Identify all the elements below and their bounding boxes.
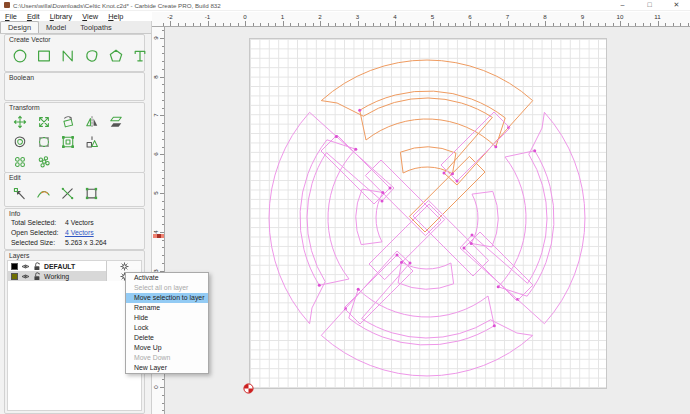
vector-node[interactable] (354, 148, 357, 151)
vector-node[interactable] (497, 285, 500, 288)
boolean-tool[interactable] (82, 184, 101, 203)
vector-node[interactable] (443, 172, 446, 175)
vector-node[interactable] (389, 187, 392, 190)
context-menu-item-move-selection-to-layer[interactable]: Move selection to layer (126, 293, 208, 303)
layer-list: DEFAULTWorking (7, 260, 142, 411)
celtic-knot-drawing[interactable] (165, 27, 690, 414)
vector-path[interactable] (321, 251, 532, 376)
context-menu-item-activate[interactable]: Activate (126, 273, 208, 283)
align-tool[interactable] (82, 132, 101, 151)
vector-node[interactable] (357, 288, 360, 291)
shear-tool[interactable] (106, 112, 125, 131)
vector-path[interactable] (398, 262, 454, 289)
ruler-tick (463, 23, 464, 26)
tab-toolpaths[interactable]: Toolpaths (73, 22, 119, 33)
polyline-tool[interactable] (58, 46, 77, 65)
ruler-tick (680, 23, 681, 26)
vector-node[interactable] (358, 109, 361, 112)
rotate-tool[interactable] (58, 112, 77, 131)
vector-node[interactable] (463, 247, 466, 250)
unlock-icon[interactable] (33, 272, 41, 281)
eye-icon[interactable] (21, 273, 30, 280)
vector-path[interactable] (300, 140, 356, 286)
tab-model[interactable]: Model (39, 22, 73, 33)
mirror-tool[interactable] (82, 112, 101, 131)
close-button[interactable]: ✕ (663, 0, 690, 10)
vector-path[interactable] (498, 151, 554, 297)
vector-path[interactable] (321, 60, 532, 185)
vector-node[interactable] (456, 180, 459, 183)
polygon-tool[interactable] (106, 46, 125, 65)
vector-path[interactable] (349, 289, 495, 345)
circular-array-tool[interactable] (10, 152, 29, 171)
ruler-tick (500, 23, 501, 26)
fillet-tool[interactable] (34, 132, 53, 151)
grid-array-tool[interactable] (34, 152, 53, 171)
ruler-tick-major (620, 21, 621, 26)
vector-path[interactable] (269, 112, 394, 323)
nest-tool[interactable] (58, 132, 77, 151)
curve-tool[interactable] (82, 46, 101, 65)
vector-node[interactable] (493, 324, 496, 327)
vector-path[interactable] (400, 147, 456, 174)
canvas-viewport[interactable] (165, 27, 690, 414)
window-title: C:\Users\willa\Downloads\Celtic Knot.c2d… (13, 2, 221, 9)
layer-row-default[interactable]: DEFAULT (8, 261, 141, 271)
move-tool[interactable] (10, 112, 29, 131)
eye-icon[interactable] (21, 263, 30, 270)
trim-tool[interactable] (34, 184, 53, 203)
tab-design[interactable]: Design (0, 21, 39, 33)
info-open-selected: Open Selected: 4 Vectors (11, 229, 94, 236)
context-menu-item-move-up[interactable]: Move Up (126, 343, 208, 353)
minimize-button[interactable]: – (609, 0, 636, 10)
node-edit-tool[interactable] (10, 184, 29, 203)
ruler-tick-major (170, 21, 171, 26)
horizontal-ruler: -2-101234567891011 (152, 12, 690, 27)
unlock-icon[interactable] (33, 262, 41, 271)
context-menu-item-rename[interactable]: Rename (126, 303, 208, 313)
vector-node[interactable] (335, 135, 338, 138)
vector-node[interactable] (471, 234, 474, 237)
vector-node[interactable] (494, 145, 497, 148)
vector-path[interactable] (356, 189, 383, 245)
trim-icon (36, 186, 51, 201)
vector-node[interactable] (409, 262, 412, 265)
offset-tool[interactable] (10, 132, 29, 151)
text-tool[interactable] (130, 46, 149, 65)
ruler-tick (162, 147, 165, 148)
ruler-tick-major (658, 21, 659, 26)
ruler-tick-major (160, 115, 164, 116)
scale-tool[interactable] (34, 112, 53, 131)
layer-name[interactable]: Working (44, 273, 69, 280)
ruler-tick (163, 23, 164, 26)
circle-tool[interactable] (10, 46, 29, 65)
context-menu-item-new-layer[interactable]: New Layer (126, 363, 208, 373)
join-tool[interactable] (58, 184, 77, 203)
curve-icon (84, 48, 100, 64)
ruler-tick (635, 23, 636, 26)
context-menu-item-lock[interactable]: Lock (126, 323, 208, 333)
vector-node[interactable] (381, 191, 384, 194)
context-menu-item-delete[interactable]: Delete (126, 333, 208, 343)
text-icon (132, 48, 148, 64)
layer-color-swatch[interactable] (11, 273, 18, 280)
layer-color-swatch[interactable] (11, 263, 18, 270)
layer-row-working[interactable]: Working (8, 271, 141, 281)
vector-node[interactable] (533, 149, 536, 152)
ruler-tick (485, 23, 486, 26)
vector-node[interactable] (318, 284, 321, 287)
vector-node[interactable] (396, 254, 399, 257)
ruler-tick (448, 23, 449, 26)
ruler-number: 7 (152, 110, 160, 120)
ruler-tick (380, 23, 381, 26)
maximize-button[interactable]: □ (636, 0, 663, 10)
vector-path[interactable] (460, 112, 585, 323)
open-vectors-link[interactable]: 4 Vectors (65, 229, 94, 236)
vector-path[interactable] (471, 191, 498, 247)
rectangle-tool[interactable] (34, 46, 53, 65)
vector-path[interactable] (360, 91, 506, 147)
layer-menu-button[interactable] (106, 261, 141, 271)
vector-node[interactable] (381, 200, 384, 203)
layer-name[interactable]: DEFAULT (44, 263, 75, 270)
context-menu-item-hide[interactable]: Hide (126, 313, 208, 323)
